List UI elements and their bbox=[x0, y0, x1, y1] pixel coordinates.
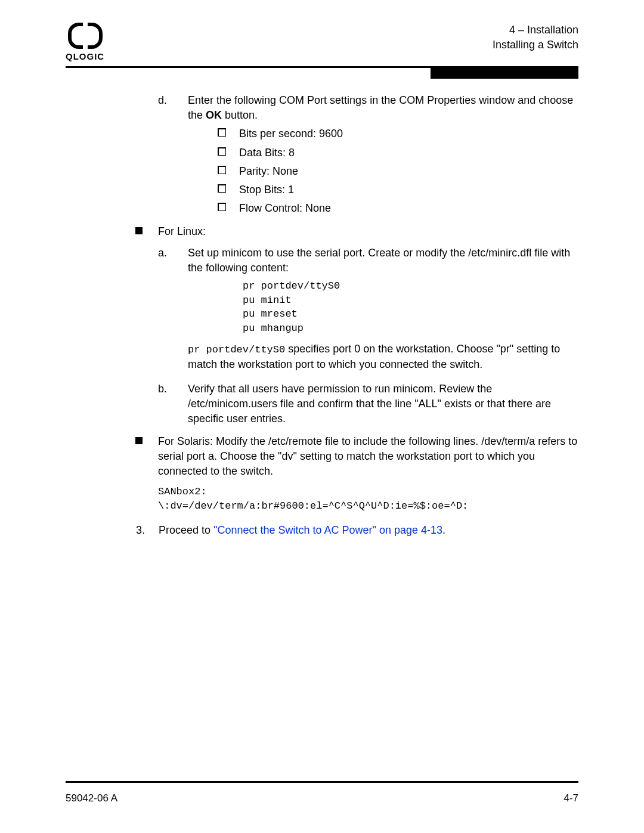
header-rule bbox=[66, 66, 578, 79]
solaris-section: For Solaris: Modify the /etc/remote file… bbox=[135, 434, 578, 519]
linux-step-a: a. Set up minicom to use the serial port… bbox=[158, 246, 578, 379]
page-content: d. Enter the following COM Port settings… bbox=[158, 93, 578, 519]
checkbox-icon bbox=[218, 147, 226, 156]
checkbox-icon bbox=[218, 128, 226, 137]
chapter-label: 4 – Installation bbox=[493, 23, 578, 38]
ok-button-label: OK bbox=[206, 109, 222, 121]
step-label: 3. bbox=[136, 523, 159, 538]
step-3: 3. Proceed to "Connect the Switch to AC … bbox=[136, 523, 578, 538]
linux-a-text: Set up minicom to use the serial port. C… bbox=[188, 246, 578, 275]
header-black-bar bbox=[431, 68, 578, 79]
checkbox-icon bbox=[218, 166, 226, 174]
step3-post: . bbox=[442, 524, 445, 536]
solaris-text: For Solaris: Modify the /etc/remote file… bbox=[158, 434, 578, 479]
checkbox-icon bbox=[218, 203, 226, 211]
header-titles: 4 – Installation Installing a Switch bbox=[493, 23, 578, 52]
pr-port-mono: pr portdev/ttyS0 bbox=[188, 344, 285, 355]
step-d: d. Enter the following COM Port settings… bbox=[158, 93, 578, 221]
setting-flow: Flow Control: None bbox=[239, 201, 331, 216]
page-footer: 59042-06 A 4-7 bbox=[66, 781, 578, 806]
step3-pre: Proceed to bbox=[159, 524, 213, 536]
linux-title: For Linux: bbox=[158, 224, 578, 239]
page-number: 4-7 bbox=[564, 791, 578, 806]
page-header: QLOGIC 4 – Installation Installing a Swi… bbox=[66, 23, 578, 63]
cross-ref-link[interactable]: "Connect the Switch to AC Power" on page… bbox=[213, 524, 442, 536]
section-label: Installing a Switch bbox=[493, 38, 578, 52]
doc-number: 59042-06 A bbox=[66, 791, 117, 806]
brand-logo: QLOGIC bbox=[66, 23, 104, 63]
step-d-text-post: button. bbox=[222, 109, 258, 121]
step-label: b. bbox=[158, 382, 188, 427]
solaris-code: SANbox2: \:dv=/dev/term/a:br#9600:el=^C^… bbox=[158, 485, 578, 513]
setting-stopbits: Stop Bits: 1 bbox=[239, 182, 294, 197]
linux-step-b: b. Verify that all users have permission… bbox=[158, 382, 578, 427]
brand-name: QLOGIC bbox=[66, 50, 104, 63]
setting-databits: Data Bits: 8 bbox=[239, 145, 295, 160]
setting-parity: Parity: None bbox=[239, 164, 298, 179]
checkbox-icon bbox=[218, 184, 226, 193]
minirc-code: pr portdev/ttyS0 pu minit pu mreset pu m… bbox=[243, 279, 578, 336]
square-bullet-icon bbox=[135, 437, 143, 444]
com-settings-list: Bits per second: 9600 Data Bits: 8 Parit… bbox=[218, 126, 578, 216]
square-bullet-icon bbox=[135, 227, 143, 234]
step-label: d. bbox=[158, 93, 188, 221]
setting-bps: Bits per second: 9600 bbox=[239, 126, 343, 141]
linux-section: For Linux: a. Set up minicom to use the … bbox=[135, 224, 578, 430]
logo-icon bbox=[68, 23, 103, 49]
step-label: a. bbox=[158, 246, 188, 379]
linux-b-text: Verify that all users have permission to… bbox=[188, 382, 578, 427]
